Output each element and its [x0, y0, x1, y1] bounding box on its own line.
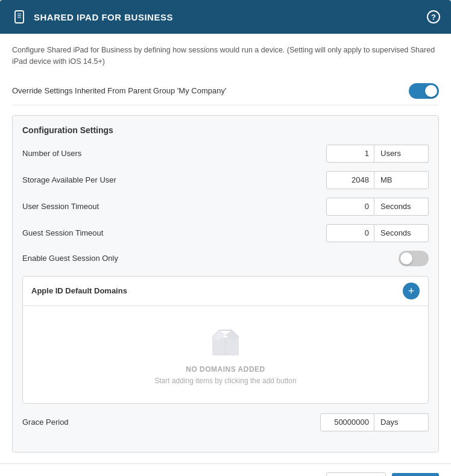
description-text: Configure Shared iPad for Business by de…	[12, 45, 439, 67]
user-timeout-label: User Session Timeout	[22, 202, 326, 211]
modal-body: Configure Shared iPad for Business by de…	[0, 34, 451, 463]
apple-domains-section: Apple ID Default Domains +	[22, 276, 429, 404]
guest-timeout-unit: Seconds	[374, 224, 429, 242]
help-icon[interactable]: ?	[427, 10, 440, 23]
empty-subtitle: Start adding items by clicking the add b…	[154, 377, 296, 385]
user-timeout-unit: Seconds	[374, 198, 429, 216]
user-timeout-input-group: Seconds	[326, 198, 429, 216]
users-unit: Users	[374, 145, 429, 163]
form-row-user-timeout: User Session Timeout Seconds	[22, 198, 429, 216]
guest-only-label: Enable Guest Session Only	[22, 254, 399, 263]
config-section: Configuration Settings Number of Users U…	[12, 115, 439, 453]
modal-header: SHARED IPAD FOR BUSINESS ?	[0, 0, 451, 34]
toggle-thumb	[425, 85, 437, 97]
guest-session-toggle[interactable]	[399, 251, 429, 266]
empty-state: NO DOMAINS ADDED Start adding items by c…	[23, 306, 428, 403]
storage-input-group: MB	[326, 171, 429, 189]
header-left: SHARED IPAD FOR BUSINESS	[11, 8, 173, 25]
guest-toggle-track	[399, 251, 429, 266]
form-row-storage: Storage Available Per User MB	[22, 171, 429, 189]
empty-title: NO DOMAINS ADDED	[186, 365, 265, 374]
empty-box-icon	[207, 324, 244, 359]
users-input[interactable]	[326, 145, 374, 163]
toggle-track	[409, 83, 439, 99]
save-button[interactable]: SAVE	[392, 473, 439, 477]
grace-input[interactable]	[320, 413, 374, 431]
modal-title: SHARED IPAD FOR BUSINESS	[34, 12, 173, 22]
config-section-title: Configuration Settings	[22, 125, 429, 135]
override-row: Override Settings Inherited From Parent …	[12, 77, 439, 105]
modal-container: SHARED IPAD FOR BUSINESS ? Configure Sha…	[0, 0, 451, 476]
guest-timeout-label: Guest Session Timeout	[22, 228, 326, 237]
form-row-guest-only: Enable Guest Session Only	[22, 251, 429, 266]
storage-input[interactable]	[326, 171, 374, 189]
guest-toggle-thumb	[400, 252, 412, 265]
users-input-group: Users	[326, 145, 429, 163]
ipad-icon	[11, 8, 28, 25]
storage-label: Storage Available Per User	[22, 175, 326, 184]
apple-domains-header: Apple ID Default Domains +	[23, 277, 428, 306]
users-label: Number of Users	[22, 149, 326, 158]
user-timeout-input[interactable]	[326, 198, 374, 216]
modal-footer: CANCEL SAVE	[0, 463, 451, 477]
guest-timeout-input[interactable]	[326, 224, 374, 242]
add-domain-button[interactable]: +	[403, 283, 420, 299]
form-row-grace: Grace Period Days	[22, 413, 429, 431]
guest-timeout-input-group: Seconds	[326, 224, 429, 242]
grace-label: Grace Period	[22, 418, 320, 427]
form-row-users: Number of Users Users	[22, 145, 429, 163]
grace-input-group: Days	[320, 413, 429, 431]
form-row-guest-timeout: Guest Session Timeout Seconds	[22, 224, 429, 242]
grace-unit: Days	[374, 413, 429, 431]
override-toggle[interactable]	[409, 83, 439, 99]
storage-unit: MB	[374, 171, 429, 189]
apple-domains-title: Apple ID Default Domains	[31, 286, 127, 295]
cancel-button[interactable]: CANCEL	[326, 472, 386, 477]
override-label: Override Settings Inherited From Parent …	[12, 86, 226, 95]
